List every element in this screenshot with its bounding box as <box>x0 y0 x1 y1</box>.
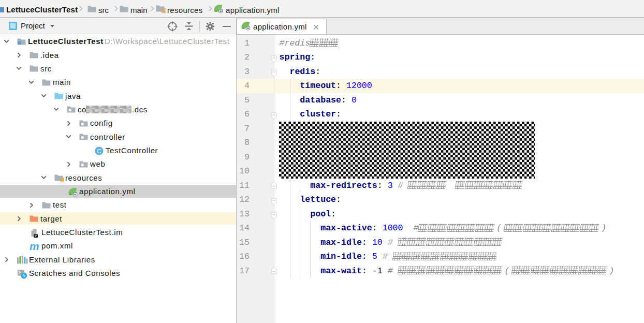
svg-text:C: C <box>97 148 101 154</box>
svg-text:m: m <box>30 242 39 252</box>
